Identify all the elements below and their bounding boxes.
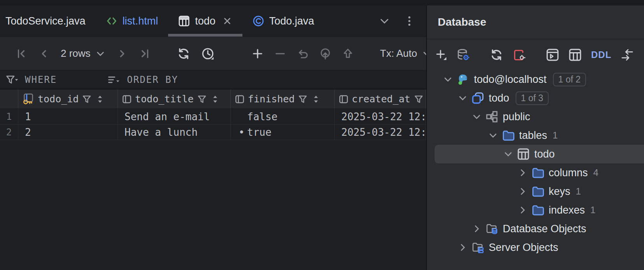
close-icon[interactable] [222,16,232,26]
add-row-button[interactable] [252,48,263,60]
editor-tab-bar: TodoService.java list.html todo Todo.jav… [0,5,426,37]
column-icon [339,94,349,104]
column-name: finished [248,93,295,105]
auto-refresh-clock-button[interactable] [201,47,214,60]
column-header-finished[interactable]: finished [231,89,335,109]
tree-item-database-todo[interactable]: todo 1 of 3 [427,89,644,107]
column-icon [122,94,132,104]
tree-item-keys[interactable]: keys 1 [427,182,644,201]
revert-changes-button[interactable] [297,48,309,60]
chevron-down-icon[interactable] [487,130,499,140]
column-filter-icon[interactable] [197,94,207,104]
table-row[interactable]: 1 1 Send an e-mail false 2025-03-22 12:4… [0,109,426,124]
gutter-header [0,89,18,109]
order-by-field[interactable]: ORDER BY [107,74,178,85]
chevron-right-icon[interactable] [457,242,469,252]
tab-todoservice-java[interactable]: TodoService.java [5,5,96,37]
column-header-created-at[interactable]: created_at [335,89,426,109]
tree-item-table-todo[interactable]: todo [435,145,644,163]
where-filter-field[interactable]: WHERE [5,74,57,85]
tab-label: list.html [123,15,158,27]
refresh-button[interactable] [490,48,503,61]
tab-label: TodoService.java [5,15,86,27]
window-top-strip [0,0,644,5]
disconnect-button[interactable] [512,48,526,61]
folder-icon [532,185,544,198]
previous-page-button[interactable] [38,48,50,60]
column-header-todo-id[interactable]: todo_id [18,89,118,109]
column-sort-icon[interactable] [95,94,105,104]
tree-item-tables[interactable]: tables 1 [427,126,644,145]
cell-todo-id[interactable]: 2 [18,124,118,140]
column-name: todo_title [135,93,194,105]
tree-item-label: keys [549,186,570,198]
tree-item-connection[interactable]: todo@localhost 1 of 2 [427,70,644,89]
order-by-label: ORDER BY [127,74,178,85]
column-header-todo-title[interactable]: todo_title [118,89,231,109]
chevron-right-icon[interactable] [517,205,528,215]
chevron-down-icon[interactable] [471,112,483,122]
tree-item-server-objects[interactable]: Server Objects [427,238,644,257]
cell-finished[interactable]: false [231,109,335,124]
column-sort-icon[interactable] [311,94,321,104]
tab-todo[interactable]: todo [168,5,242,37]
chevron-right-icon[interactable] [471,224,483,234]
filter-funnel-icon [5,74,19,85]
table-row[interactable]: 2 2 Have a lunch • true 2025-03-22 12:47… [0,124,426,140]
chevron-down-icon[interactable] [457,93,469,103]
cell-todo-title[interactable]: Have a lunch [118,124,231,140]
page-size-dropdown[interactable]: 2 rows [61,47,105,60]
folder-icon [502,129,514,142]
first-page-button[interactable] [16,48,27,60]
cell-todo-id[interactable]: 1 [18,109,118,124]
jump-to-query-console-button[interactable] [546,48,559,61]
cell-todo-title[interactable]: Send an e-mail [118,109,231,124]
submit-button[interactable] [319,48,331,60]
tree-item-columns[interactable]: columns 4 [427,163,644,182]
tree-item-label: tables [519,130,547,142]
chevron-down-icon[interactable] [502,149,514,159]
cell-finished[interactable]: • true [231,124,335,140]
chevron-right-icon[interactable] [517,168,528,178]
delete-row-button[interactable] [274,48,286,60]
tree-item-database-objects[interactable]: Database Objects [427,219,644,238]
postgresql-icon [457,73,469,86]
tree-item-schema-public[interactable]: public [427,107,644,126]
chevron-down-icon[interactable] [442,74,454,84]
column-sort-icon[interactable] [210,94,220,104]
reload-data-button[interactable] [177,47,190,60]
add-data-source-button[interactable] [435,49,447,61]
database-tool-window: Database DDL todo@localhost 1 of 2 todo … [426,5,644,270]
tree-item-label: public [503,111,530,123]
tab-list-chevron-icon[interactable] [379,15,390,27]
folder-database-icon [486,223,498,235]
column-filter-icon[interactable] [414,94,424,104]
tree-item-indexes[interactable]: indexes 1 [427,201,644,219]
item-count: 1 [553,130,558,141]
transfer-arrows-icon[interactable] [621,48,634,61]
tab-label: Todo.java [269,15,314,27]
column-filter-icon[interactable] [82,94,92,104]
last-page-button[interactable] [139,48,151,60]
commit-button[interactable] [342,48,354,60]
tab-options-kebab-icon[interactable] [404,15,415,27]
chevron-right-icon[interactable] [517,186,528,196]
next-page-button[interactable] [116,48,128,60]
open-table-button[interactable] [569,48,582,61]
tx-mode-dropdown[interactable]: Tx: Auto [380,47,432,60]
data-grid-toolbar: 2 rows Tx: Auto [0,37,426,70]
chevron-down-icon [95,49,105,59]
tab-todo-java[interactable]: Todo.java [242,5,325,37]
ddl-button[interactable]: DDL [591,49,611,60]
database-panel-header: Database [427,5,644,39]
folder-server-icon [472,241,484,254]
data-source-properties-button[interactable] [456,48,470,61]
database-icon [472,92,484,104]
cell-created-at[interactable]: 2025-03-22 12:47:0 [335,124,426,140]
tree-item-label: todo [489,92,509,104]
cell-created-at[interactable]: 2025-03-22 12:47:0 [335,109,426,124]
tab-label: todo [195,15,216,27]
tab-list-html[interactable]: list.html [96,5,168,37]
database-panel-toolbar: DDL [427,39,644,70]
column-filter-icon[interactable] [298,94,308,104]
